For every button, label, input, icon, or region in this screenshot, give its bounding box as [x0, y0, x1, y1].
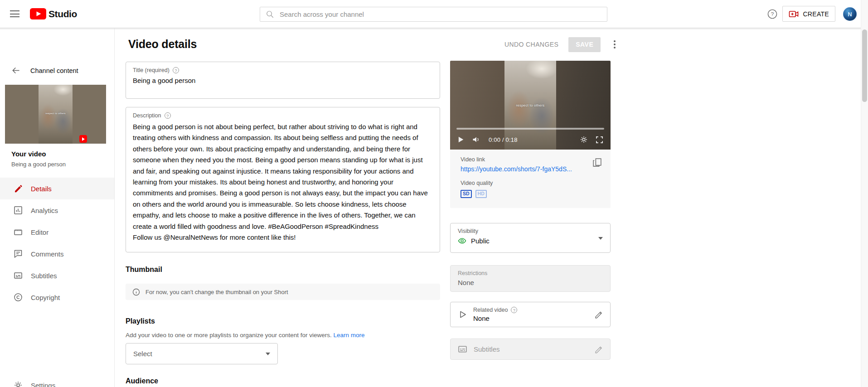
edit-pencil-icon[interactable]: [594, 344, 604, 354]
sidebar-item-details[interactable]: Details: [0, 178, 114, 199]
title-field[interactable]: Title (required) ? Being a good person: [126, 62, 440, 99]
analytics-icon: [14, 206, 23, 215]
video-thumbnail: respect to others: [5, 85, 106, 144]
info-icon: [132, 288, 140, 296]
back-arrow-icon: [11, 66, 20, 75]
hd-badge: HD: [475, 190, 487, 198]
scrollbar-track[interactable]: [861, 0, 868, 387]
related-video-value: None: [473, 314, 517, 322]
scrollbar-thumb[interactable]: [862, 29, 867, 102]
video-info-panel: Video link https://youtube.com/shorts/7-…: [450, 150, 611, 208]
back-to-channel-content[interactable]: Channel content: [0, 66, 78, 75]
your-video-block: Your video Being a good person: [11, 150, 66, 168]
thumbnail-caption: respect to others: [39, 112, 73, 115]
subtitles-box: Subtitles: [450, 339, 611, 360]
more-options-icon[interactable]: [611, 40, 619, 48]
thumbnail-notice-text: For now, you can't change the thumbnail …: [145, 289, 288, 295]
learn-more-link[interactable]: Learn more: [334, 332, 365, 339]
sidebar-item-label: Comments: [31, 250, 64, 258]
search-icon: [266, 10, 274, 19]
thumbnail-notice-banner: For now, you can't change the thumbnail …: [126, 284, 440, 300]
sidebar-item-comments[interactable]: Comments: [0, 243, 114, 265]
video-quality-label: Video quality: [461, 180, 600, 186]
header-shadow: [0, 28, 868, 30]
title-help-icon[interactable]: ?: [173, 67, 179, 73]
channel-search[interactable]: [260, 7, 607, 22]
description-help-icon[interactable]: ?: [165, 112, 171, 119]
your-video-label: Your video: [11, 150, 66, 158]
sidebar-video-title: Being a good person: [11, 161, 66, 168]
sidebar-item-label: Settings: [31, 382, 55, 387]
copy-icon[interactable]: [592, 157, 602, 169]
related-help-icon[interactable]: ?: [511, 307, 517, 313]
search-input[interactable]: [280, 10, 601, 18]
sidebar: Channel content respect to others Your v…: [0, 28, 115, 387]
gear-icon: [14, 381, 23, 387]
fullscreen-icon[interactable]: [596, 136, 603, 144]
playlists-select[interactable]: Select: [126, 343, 278, 364]
video-link-label: Video link: [461, 156, 600, 163]
volume-icon[interactable]: [472, 135, 481, 144]
chevron-down-icon: [598, 237, 603, 240]
description-label: Description: [133, 112, 161, 119]
related-video-label: Related video: [473, 307, 508, 313]
edit-pencil-icon[interactable]: [594, 310, 604, 319]
copyright-icon: [14, 293, 23, 302]
title-field-label-row: Title (required) ?: [133, 67, 433, 73]
title-value[interactable]: Being a good person: [133, 77, 433, 84]
youtube-play-icon: [30, 8, 46, 19]
sidebar-item-subtitles[interactable]: Subtitles: [0, 265, 114, 286]
youtube-studio-app: Studio ? CREATE N Channel content: [0, 0, 868, 387]
back-label: Channel content: [30, 67, 78, 74]
playlists-hint: Add your video to one or more playlists …: [126, 332, 365, 339]
chevron-down-icon: [266, 353, 270, 355]
sidebar-item-copyright[interactable]: Copyright: [0, 286, 114, 308]
quality-badges: SD HD: [461, 190, 600, 198]
player-controls: 0:00 / 0:18: [450, 130, 611, 150]
studio-wordmark: Studio: [48, 9, 77, 19]
topbar: Studio ? CREATE N: [0, 0, 868, 28]
play-icon[interactable]: [457, 136, 464, 143]
audience-heading: Audience: [126, 377, 158, 385]
sidebar-item-analytics[interactable]: Analytics: [0, 199, 114, 221]
playlists-hint-text: Add your video to one or more playlists …: [126, 332, 332, 339]
sidebar-item-label: Analytics: [31, 207, 58, 214]
description-value[interactable]: Being a good person is not about being p…: [133, 121, 433, 243]
avatar-initial: N: [848, 11, 852, 18]
thumbnail-image: respect to others: [39, 85, 73, 144]
create-button-label: CREATE: [803, 10, 829, 18]
undo-changes-button[interactable]: UNDO CHANGES: [504, 41, 558, 48]
related-video-box[interactable]: Related video ? None: [450, 302, 611, 327]
description-field-label-row: Description ?: [133, 112, 433, 119]
title-label: Title (required): [133, 67, 170, 73]
video-caption-overlay: respect to others: [504, 103, 556, 107]
help-icon[interactable]: ?: [767, 9, 777, 19]
video-player[interactable]: respect to others 0:00 / 0:18: [450, 61, 611, 150]
sd-badge: SD: [461, 190, 472, 198]
eye-icon: [458, 237, 466, 245]
youtube-studio-logo[interactable]: Studio: [30, 8, 77, 19]
shorts-icon: [79, 135, 87, 143]
subtitles-box-label: Subtitles: [474, 345, 500, 353]
description-field[interactable]: Description ? Being a good person is not…: [126, 107, 440, 252]
page-title: Video details: [128, 38, 197, 51]
header-actions: UNDO CHANGES SAVE: [504, 37, 619, 52]
sidebar-item-settings[interactable]: Settings: [0, 374, 114, 387]
sidebar-item-label: Editor: [31, 228, 48, 236]
create-button[interactable]: CREATE: [782, 6, 835, 22]
restrictions-value: None: [458, 279, 603, 286]
hamburger-menu-icon[interactable]: [10, 10, 19, 17]
player-settings-icon[interactable]: [580, 135, 588, 144]
comments-icon: [14, 249, 23, 258]
visibility-label: Visibility: [458, 228, 603, 234]
account-avatar[interactable]: N: [843, 7, 857, 21]
playlists-heading: Playlists: [126, 317, 155, 325]
svg-text:?: ?: [771, 11, 774, 17]
visibility-dropdown[interactable]: Visibility Public: [450, 223, 611, 253]
video-link[interactable]: https://youtube.com/shorts/7-fgaY5dS...: [461, 165, 578, 173]
sidebar-item-editor[interactable]: Editor: [0, 221, 114, 243]
thumbnail-heading: Thumbnail: [126, 266, 162, 274]
save-button[interactable]: SAVE: [568, 37, 601, 52]
editor-icon: [14, 227, 23, 237]
subtitles-box-icon: [458, 344, 467, 354]
